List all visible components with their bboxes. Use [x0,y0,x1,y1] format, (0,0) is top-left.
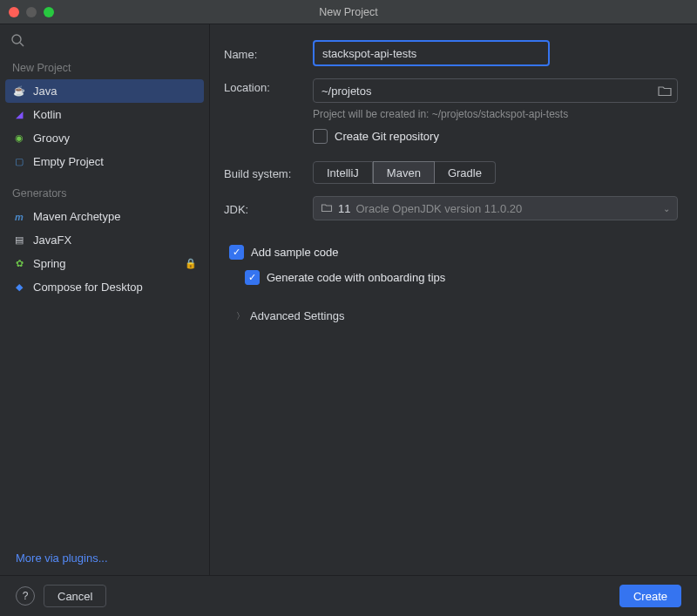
footer: ? Cancel Create [0,575,697,616]
form-panel: Name: Location: Project will be created … [210,24,697,575]
build-system-label: Build system: [224,165,308,180]
sidebar-item-label: JavaFX [33,234,71,247]
java-icon: ☕ [12,85,26,98]
location-input[interactable] [313,78,678,103]
sidebar-item-label: Kotlin [33,108,62,121]
location-hint: Project will be created in: ~/projetos/s… [313,108,678,120]
sidebar-item-spring[interactable]: ✿ Spring 🔒 [5,252,204,275]
sample-code-label: Add sample code [251,246,338,259]
sample-code-checkbox[interactable]: ✓ [229,245,244,260]
search-row[interactable] [0,30,209,57]
onboarding-tips-checkbox[interactable]: ✓ [245,270,260,285]
build-option-maven[interactable]: Maven [373,161,435,184]
section-title-generators: Generators [0,182,209,205]
name-input[interactable] [313,40,550,66]
search-icon [10,33,24,47]
window-title: New Project [0,6,697,18]
sidebar-item-maven-archetype[interactable]: m Maven Archetype [5,205,204,228]
sidebar-item-label: Groovy [33,132,70,145]
empty-icon: ▢ [12,155,26,169]
sidebar-item-javafx[interactable]: ▤ JavaFX [5,228,204,252]
jdk-version: 11 [338,202,350,215]
jdk-description: Oracle OpenJDK version 11.0.20 [355,202,522,215]
git-checkbox[interactable] [313,129,328,144]
cancel-button[interactable]: Cancel [44,585,106,607]
chevron-right-icon: 〉 [236,310,245,322]
maven-icon: m [12,210,26,224]
git-checkbox-label: Create Git repository [335,130,439,143]
svg-line-1 [20,43,24,46]
kotlin-icon: ◢ [12,108,26,122]
create-button[interactable]: Create [619,585,681,607]
folder-icon [321,201,333,216]
name-label: Name: [224,45,308,61]
compose-icon: ◆ [12,281,26,294]
sidebar-item-label: Compose for Desktop [33,281,143,294]
sidebar-item-label: Java [33,85,57,98]
sidebar-item-compose-desktop[interactable]: ◆ Compose for Desktop [5,275,204,299]
help-button[interactable]: ? [16,586,35,606]
sidebar: New Project ☕ Java ◢ Kotlin ◉ Groovy ▢ E… [0,24,210,575]
sidebar-item-kotlin[interactable]: ◢ Kotlin [5,103,204,126]
groovy-icon: ◉ [12,132,26,146]
jdk-label: JDK: [224,200,308,216]
titlebar: New Project [0,0,697,24]
section-title-new-project: New Project [0,57,209,79]
build-option-intellij[interactable]: IntelliJ [313,161,373,184]
advanced-settings-label: Advanced Settings [250,309,344,322]
chevron-down-icon: ⌄ [663,204,670,213]
sidebar-item-label: Spring [33,257,66,270]
more-via-plugins-link[interactable]: More via plugins... [16,552,209,565]
javafx-icon: ▤ [12,234,26,247]
sidebar-item-label: Empty Project [33,155,104,168]
jdk-dropdown[interactable]: 11 Oracle OpenJDK version 11.0.20 ⌄ [313,196,678,220]
build-option-gradle[interactable]: Gradle [435,161,496,184]
advanced-settings-toggle[interactable]: 〉 Advanced Settings [236,309,678,322]
build-system-segmented: IntelliJ Maven Gradle [313,161,678,184]
sidebar-item-groovy[interactable]: ◉ Groovy [5,126,204,150]
spring-icon: ✿ [12,257,26,271]
lock-icon: 🔒 [185,258,197,269]
sidebar-item-java[interactable]: ☕ Java [5,79,204,103]
svg-point-0 [12,35,21,44]
sidebar-item-empty-project[interactable]: ▢ Empty Project [5,150,204,173]
onboarding-tips-label: Generate code with onboarding tips [267,271,445,284]
location-label: Location: [224,78,308,94]
sidebar-item-label: Maven Archetype [33,210,120,223]
browse-folder-icon[interactable] [657,83,673,98]
